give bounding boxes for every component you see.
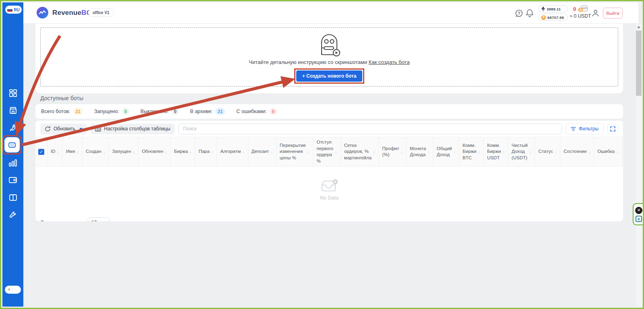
column-header[interactable]: Депозит↓ xyxy=(248,137,277,166)
filters-button[interactable]: Фильтры xyxy=(566,124,604,134)
instruction-text: Читайте детальную инструкцию со скриншот… xyxy=(249,59,409,65)
column-header[interactable]: Общий Доход↓ xyxy=(433,137,459,166)
column-header[interactable]: Действия xyxy=(622,137,623,166)
sidebar-item-marketplace[interactable] xyxy=(8,124,17,132)
sidebar-item-docs[interactable] xyxy=(8,193,17,202)
sort-icon[interactable]: ↓ xyxy=(308,149,310,154)
sort-icon[interactable]: ↓ xyxy=(165,149,167,154)
column-header[interactable]: Запущен↓ xyxy=(109,137,138,166)
russian-flag-icon xyxy=(7,8,12,12)
bots-icon xyxy=(8,141,16,149)
column-header[interactable]: Имя↓ xyxy=(63,137,83,166)
column-header[interactable]: Статус↓ xyxy=(535,137,560,166)
column-header[interactable]: Комм. Биржи BTC↓ xyxy=(459,137,484,166)
scrollbar-up-arrow[interactable] xyxy=(637,26,640,28)
revenuebot-logo-icon xyxy=(37,7,48,19)
column-header[interactable]: Чистый Доход (USDT)↓ xyxy=(508,137,535,166)
sort-icon[interactable]: ↓ xyxy=(190,149,192,154)
column-header[interactable]: Перекрытие изменения цены %↓ xyxy=(277,137,314,166)
sort-icon[interactable]: ↓ xyxy=(76,149,79,154)
profile-button[interactable] xyxy=(591,9,600,19)
eset-icon[interactable]: e xyxy=(636,216,642,222)
language-label: RU xyxy=(14,8,19,12)
sort-icon[interactable]: ↓ xyxy=(588,149,591,154)
sort-icon[interactable]: ↓ xyxy=(478,149,481,154)
column-header[interactable]: Комм. Биржи USDT↓ xyxy=(484,137,508,166)
sort-icon[interactable]: ↓ xyxy=(616,149,619,154)
sort-icon[interactable]: ↓ xyxy=(57,149,60,154)
settings-icon xyxy=(9,211,17,219)
sort-icon[interactable]: ↓ xyxy=(427,149,430,154)
user-icon xyxy=(591,9,600,17)
notifications-button[interactable] xyxy=(526,9,534,19)
fullscreen-button[interactable] xyxy=(607,124,618,134)
logout-button[interactable]: Выйти xyxy=(603,8,623,19)
column-header[interactable]: Алгоритм↓ xyxy=(217,137,248,166)
wallet-approx-value: ≈ 0 USDT xyxy=(568,13,593,19)
rocket-icon xyxy=(9,124,17,132)
sort-icon[interactable]: ↓ xyxy=(242,149,245,154)
brand-logo[interactable]: RevenueBOT xyxy=(37,7,96,19)
sidebar-item-exchange[interactable] xyxy=(8,106,17,115)
stat-stopped: Выключено:0 xyxy=(140,108,179,115)
sort-icon[interactable]: ↓ xyxy=(211,149,214,154)
robot-video-icon xyxy=(317,32,341,57)
sidebar-item-dashboard[interactable] xyxy=(8,89,17,97)
wallet-summary[interactable]: 0 ₿ ≈ 0 USDT xyxy=(568,5,593,19)
help-icon: ? xyxy=(515,9,523,18)
how-to-create-bot-link[interactable]: Как создать бота xyxy=(369,59,410,65)
sidebar-item-wallet[interactable] xyxy=(8,175,17,184)
search-input[interactable] xyxy=(178,124,562,134)
sidebar-item-bots[interactable] xyxy=(4,137,20,152)
sort-icon[interactable]: ↓ xyxy=(529,149,532,154)
column-header[interactable]: Состояние↓ xyxy=(560,137,594,166)
column-header[interactable]: Отступ первого ордера %↓ xyxy=(314,137,341,166)
column-header[interactable]: ID↓ xyxy=(47,137,63,166)
eth-balance-value: 3889.11 xyxy=(547,7,561,11)
stat-running-badge: 0 xyxy=(122,108,129,115)
column-header[interactable]: Пара↓ xyxy=(195,137,217,166)
column-header[interactable]: Сетка ордеров, % мартингейла↓ xyxy=(341,137,379,166)
sort-icon[interactable]: ↓ xyxy=(503,149,505,154)
vertical-scrollbar[interactable] xyxy=(636,24,642,307)
close-icon[interactable]: ✕ xyxy=(635,207,642,214)
scrollbar-thumb[interactable] xyxy=(636,31,642,96)
stat-total: Всего ботов:21 xyxy=(41,108,83,115)
column-header[interactable]: Профит (%)↓ xyxy=(379,137,407,166)
language-switcher[interactable]: RU xyxy=(5,6,22,14)
columns-icon xyxy=(95,126,101,132)
columns-settings-button[interactable]: Настройка столбцов таблицы xyxy=(91,124,175,134)
column-header[interactable]: Биржа↓ xyxy=(171,137,195,166)
wallet-icon xyxy=(9,177,17,183)
create-new-bot-button[interactable]: + Создать нового бота xyxy=(296,70,363,82)
no-data-label: No Data xyxy=(320,195,339,201)
sort-icon[interactable]: ↓ xyxy=(401,149,403,154)
sidebar-item-settings[interactable] xyxy=(8,210,17,219)
select-all-checkbox[interactable]: ✓ xyxy=(38,149,44,155)
sort-icon[interactable]: ↓ xyxy=(454,149,456,154)
refresh-icon xyxy=(45,126,51,132)
bell-icon xyxy=(526,9,534,18)
sort-icon[interactable]: ↓ xyxy=(103,149,105,154)
stat-archived-badge: 21 xyxy=(215,108,225,115)
sidebar-item-stats[interactable] xyxy=(8,159,17,167)
help-button[interactable]: ? xyxy=(515,9,523,19)
sort-icon[interactable]: ↓ xyxy=(270,149,273,154)
rows-per-page-select[interactable]: 10 ⌄ xyxy=(88,217,110,221)
theme-toggle[interactable]: ☀ xyxy=(5,286,21,294)
column-header[interactable]: Обновлен↓ xyxy=(138,137,171,166)
eth-balance[interactable]: 3889.11 xyxy=(538,5,568,12)
chevron-down-icon xyxy=(79,128,83,130)
column-header[interactable]: Создан↓ xyxy=(83,137,109,166)
column-header[interactable]: Ошибка↓ xyxy=(594,137,622,166)
chevron-down-icon: ⌄ xyxy=(103,220,106,221)
rows-per-page-label: Строк на страницу xyxy=(40,220,84,221)
sort-icon[interactable]: ↓ xyxy=(133,149,135,154)
btc-balance[interactable]: ₿ 69707.99 xyxy=(538,14,568,21)
refresh-button[interactable]: Обновить xyxy=(40,124,87,134)
select-all-cell: ✓ xyxy=(35,137,47,166)
sort-icon[interactable]: ↓ xyxy=(555,149,557,154)
sort-icon[interactable]: ↓ xyxy=(335,149,337,154)
column-header[interactable]: Монета Дохода↓ xyxy=(407,137,433,166)
sort-icon[interactable]: ↓ xyxy=(373,149,376,154)
